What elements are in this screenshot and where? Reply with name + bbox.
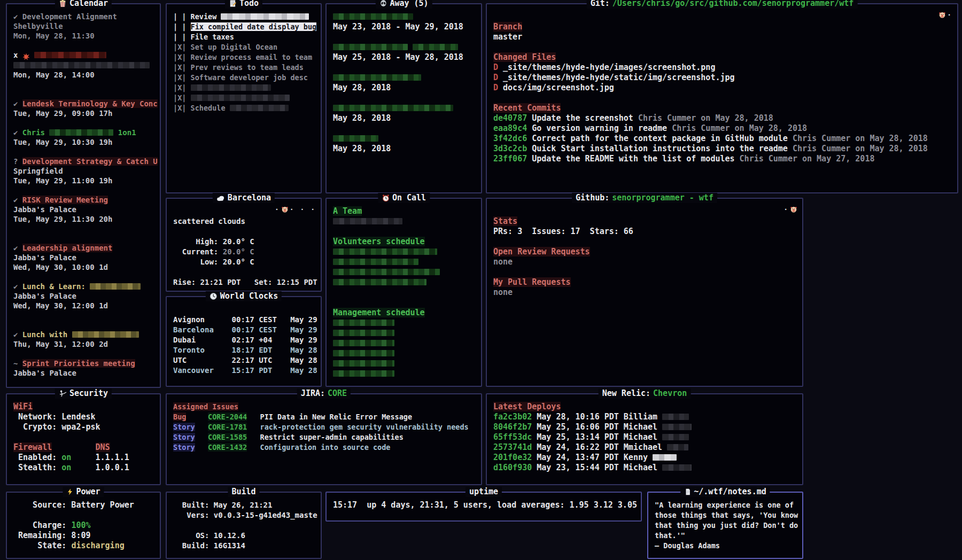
- text-segment: OS: 10.12.6: [173, 531, 245, 540]
- newrelic-line: 65ff53dc May 25, 13:14 PDT Michael: [493, 432, 797, 442]
- text-segment: rack-protection gem security vulnerabili…: [260, 423, 469, 431]
- oncall-line: [333, 267, 476, 277]
- text-segment: Jabba's Palace: [13, 292, 76, 300]
- todo-line[interactable]: |X|: [173, 93, 315, 103]
- text-segment: Development Alignment: [22, 12, 117, 21]
- redacted-block: [333, 218, 402, 224]
- panel-title-security: Security: [55, 388, 112, 399]
- text-segment: 15:17 up 4 days, 21:31, 5 users, load av…: [333, 500, 637, 510]
- clocks-line: Toronto 18:17 EDT May 28: [173, 345, 315, 355]
- todo-line[interactable]: | | Fix compiled date display bug: [173, 22, 315, 32]
- text-segment: Built: May 26, 21:21: [173, 501, 272, 509]
- calendar-line: Mon, May 28, 11:30: [13, 31, 154, 41]
- text-segment: Volunteers schedule: [333, 237, 425, 246]
- barcelona-line: Rise: 21:21 PDT Set: 12:15 PDT: [173, 277, 315, 287]
- panel-body-away: May 23, 2018 - May 29, 2018 May 25, 2018…: [327, 4, 481, 192]
- fencer-icon: [59, 390, 67, 398]
- text-segment: fa2c3b02: [493, 412, 537, 422]
- todo-line[interactable]: |X| Review process email to team: [173, 52, 315, 63]
- cloud-icon: [216, 195, 225, 201]
- text-segment: Build: 16G1314: [173, 541, 245, 550]
- calendar-line: Jabba's Palace: [13, 205, 154, 214]
- redacted-block: [333, 370, 394, 377]
- calendar-line: [13, 224, 154, 234]
- text-segment: D: [493, 63, 503, 72]
- text-segment: Chris Cummer on May 28, 2018: [672, 123, 807, 133]
- todo-line[interactable]: |X| Prev reviews to team leads: [173, 63, 315, 73]
- todo-line[interactable]: | | File taxes: [173, 32, 315, 42]
- away-line: [333, 32, 476, 42]
- panel-title-text: Calendar: [69, 0, 108, 9]
- text-segment: Story: [173, 443, 195, 452]
- oncall-line: [333, 287, 476, 298]
- panel-title-notes: ~/.wtf/notes.md: [680, 487, 770, 497]
- git-line: 3d3c2cb Quick Start installation instruc…: [493, 144, 952, 154]
- text-segment: Schedule: [191, 104, 230, 112]
- newrelic-line: Latest Deploys: [493, 402, 797, 412]
- away-line: May 28, 2018: [333, 144, 476, 154]
- panel-title-text: JIRA:: [301, 388, 325, 399]
- text-segment: ·: [783, 205, 789, 213]
- text-segment: Thu, May 31, 12:00 2d: [13, 340, 108, 348]
- text-segment: 1on1: [113, 128, 136, 137]
- newrelic-line: 201f0e32 May 24, 13:47 PDT Kenny: [493, 453, 797, 463]
- redacted-block: [333, 248, 437, 255]
- text-segment: PII Data in New Relic Error Message: [260, 413, 412, 421]
- calendar-line: x: [13, 50, 154, 60]
- text-segment: May 28, 2018: [333, 83, 391, 92]
- oncall-line: [333, 216, 476, 227]
- calendar-line: Tue, May 29, 09:00 17h: [13, 108, 154, 118]
- away-line: [333, 12, 476, 22]
- todo-line[interactable]: |X| Set up Digital Ocean: [173, 42, 315, 52]
- todo-line[interactable]: |X| Schedule: [173, 103, 315, 113]
- text-segment: May 28, 2018: [333, 144, 391, 153]
- text-segment: [247, 443, 260, 452]
- panel-body-security: WiFi Network: Lendesk Crypto: wpa2-psk F…: [7, 394, 160, 484]
- calendar-line: [13, 272, 154, 282]
- todo-line[interactable]: |X| Software developer job desc: [173, 73, 315, 83]
- clown-icon: [790, 206, 797, 213]
- oncall-line: [333, 369, 476, 379]
- text-segment: Jabba's Palace: [13, 369, 76, 377]
- away-line: May 23, 2018 - May 29, 2018: [333, 22, 476, 32]
- git-line: 23ff067 Update the README with the list …: [493, 154, 952, 164]
- text-segment: May 23, 15:44 PDT Michael: [537, 463, 662, 472]
- calendar-line: ✔ RISK Review Meeting: [13, 195, 154, 205]
- text-segment: Review: [191, 12, 221, 21]
- text-segment: Stealth:: [13, 463, 61, 472]
- panel-title-clocks: World Clocks: [206, 291, 282, 301]
- panel-new-relic: New Relic: Chevron Latest Deploysfa2c3b0…: [486, 393, 803, 485]
- text-segment: |X|: [173, 43, 191, 51]
- calendar-line: [13, 89, 154, 99]
- text-segment: scattered clouds: [173, 217, 245, 225]
- redacted-block: [191, 84, 271, 91]
- panel-body-oncall: A Team Volunteers schedule Management sc…: [327, 199, 481, 386]
- panel-weather-barcelona: Barcelona · · · · scattered clouds High:…: [166, 198, 322, 292]
- panel-title-git: Git: /Users/chris/go/src/github.com/seno…: [587, 0, 858, 9]
- power-line: Source: Battery Power: [13, 500, 154, 510]
- text-segment: 20.0° C: [223, 237, 254, 246]
- text-segment: |X|: [173, 94, 191, 102]
- panel-jira: JIRA: CORE Assigned IssuesBug CORE-2044 …: [166, 393, 482, 485]
- panel-title-text: senorprogrammer - wtf: [612, 193, 713, 203]
- calendar-line: [13, 41, 154, 50]
- calendar-line: ? Development Strategy & Catch U: [13, 157, 154, 166]
- todo-line[interactable]: | | Review: [173, 12, 315, 22]
- panel-title-text: /Users/chris/go/src/github.com/senorprog…: [612, 0, 854, 9]
- git-line: Recent Commits: [493, 103, 952, 113]
- text-segment: Recent Commits: [493, 103, 561, 113]
- clocks-line: Barcelona 00:17 CEST May 29: [173, 325, 315, 335]
- redacted-block: [667, 444, 688, 450]
- text-segment: Update the README with the list of modul…: [532, 154, 739, 164]
- todo-line[interactable]: |X|: [173, 83, 315, 93]
- panel-title-text: uptime: [469, 487, 498, 497]
- security-line: WiFi: [13, 402, 154, 412]
- calendar-line: [13, 234, 154, 243]
- panel-title-away: Away (5): [375, 0, 432, 9]
- text-segment: ?: [13, 157, 22, 166]
- text-segment: Branch: [493, 22, 522, 32]
- away-line: [333, 42, 476, 52]
- redacted-block: [333, 105, 453, 111]
- github-line: Open Review Requests: [493, 247, 797, 257]
- text-segment: CORE-1585: [208, 433, 247, 441]
